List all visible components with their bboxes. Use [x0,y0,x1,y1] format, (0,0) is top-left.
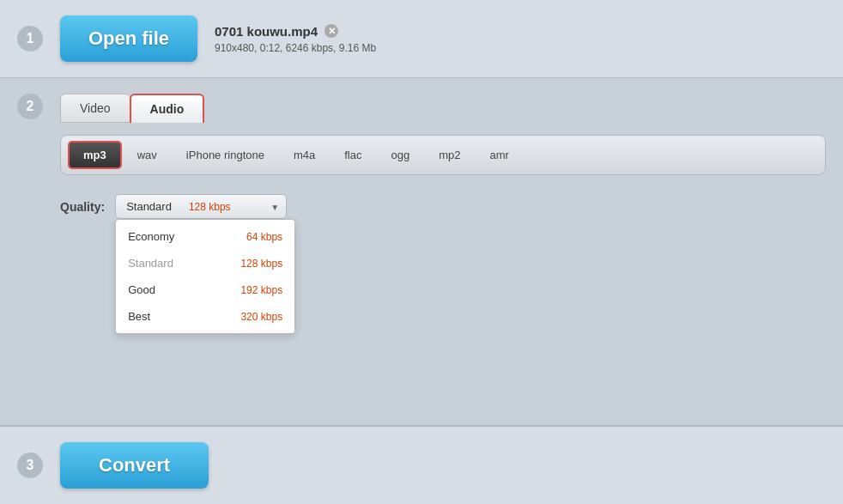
quality-selected-kbps: 128 kbps [189,201,231,213]
format-m4a[interactable]: m4a [280,143,329,167]
quality-dropdown-menu: Economy 64 kbps Standard 128 kbps Good 1… [115,219,295,334]
file-meta: 910x480, 0:12, 6246 kbps, 9.16 Mb [215,42,376,54]
step-3-number: 3 [17,452,43,478]
file-name-row: 0701 kouwu.mp4 ✕ [215,24,376,39]
quality-option-standard: Standard 128 kbps [116,250,294,276]
quality-row: Quality: Standard 128 kbps ▼ Economy 64 … [60,194,826,219]
format-amr[interactable]: amr [476,143,522,167]
quality-option-economy[interactable]: Economy 64 kbps [116,223,294,250]
step-2-number: 2 [17,94,43,119]
quality-option-standard-kbps: 128 kbps [240,258,282,270]
file-info: 0701 kouwu.mp4 ✕ 910x480, 0:12, 6246 kbp… [215,24,376,54]
quality-label: Quality: [60,194,105,214]
section-2: 2 Video Audio mp3 wav iPhone ringtone m4… [0,78,843,426]
file-name: 0701 kouwu.mp4 [215,24,318,39]
format-mp3[interactable]: mp3 [68,141,122,169]
format-iphone-ringtone[interactable]: iPhone ringtone [173,143,278,167]
quality-option-good[interactable]: Good 192 kbps [116,276,294,303]
app-container: 1 Open file 0701 kouwu.mp4 ✕ 910x480, 0:… [0,0,843,504]
format-bar: mp3 wav iPhone ringtone m4a flac ogg mp2… [60,135,826,175]
convert-button[interactable]: Convert [60,442,209,489]
quality-option-best-label: Best [128,310,150,323]
tab-audio[interactable]: Audio [130,94,205,123]
tab-video[interactable]: Video [60,94,130,123]
quality-option-good-label: Good [128,283,155,296]
format-mp2[interactable]: mp2 [425,143,474,167]
quality-dropdown-container: Standard 128 kbps ▼ Economy 64 kbps Stan… [115,194,287,219]
section-2-content: Video Audio mp3 wav iPhone ringtone m4a … [60,94,826,219]
section-1: 1 Open file 0701 kouwu.mp4 ✕ 910x480, 0:… [0,0,843,78]
quality-option-best[interactable]: Best 320 kbps [116,303,294,330]
format-ogg[interactable]: ogg [377,143,423,167]
quality-option-economy-label: Economy [128,230,174,243]
quality-selected-label: Standard [126,200,172,213]
step-1-number: 1 [17,26,43,52]
tabs-row: Video Audio [60,94,826,123]
quality-option-standard-label: Standard [128,257,173,270]
section-3: 3 Convert [0,426,843,504]
open-file-button[interactable]: Open file [60,15,197,62]
close-icon[interactable]: ✕ [324,24,338,38]
quality-option-best-kbps: 320 kbps [240,311,282,323]
format-wav[interactable]: wav [124,143,171,167]
format-flac[interactable]: flac [331,143,375,167]
quality-select-button[interactable]: Standard 128 kbps ▼ [115,194,287,219]
quality-option-good-kbps: 192 kbps [240,284,282,296]
quality-option-economy-kbps: 64 kbps [246,231,282,243]
chevron-down-icon: ▼ [270,202,279,211]
